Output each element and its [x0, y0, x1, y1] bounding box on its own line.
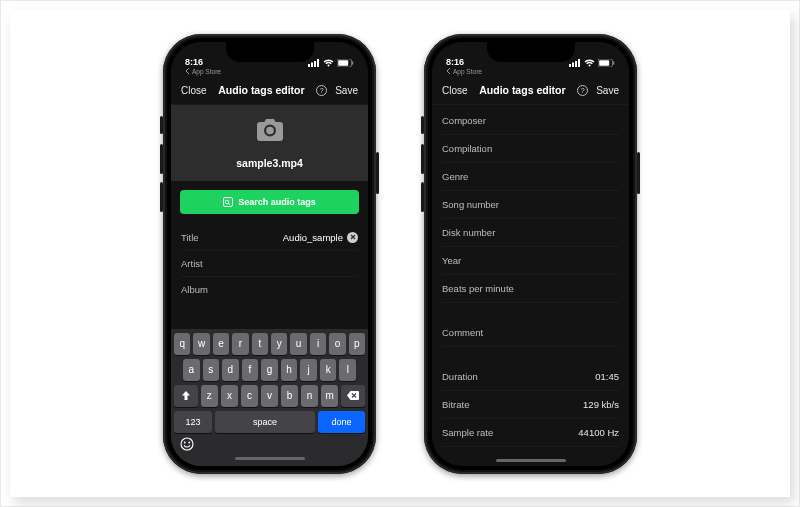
status-bar: 8:16 — [432, 42, 629, 68]
page-title: Audio tags editor — [218, 84, 304, 96]
status-breadcrumb[interactable]: App Store — [432, 68, 629, 77]
field-value: 129 kb/s — [583, 399, 619, 410]
field-label: Title — [181, 232, 199, 243]
field-album[interactable]: Album — [181, 277, 358, 302]
field-disk-number[interactable]: Disk number — [442, 219, 619, 247]
status-breadcrumb[interactable]: App Store — [171, 68, 368, 77]
key-h[interactable]: h — [281, 359, 298, 381]
field-artist[interactable]: Artist — [181, 251, 358, 277]
key-u[interactable]: u — [290, 333, 306, 355]
nav-bar: Close Audio tags editor ? Save — [171, 77, 368, 105]
field-label: Compilation — [442, 143, 492, 154]
key-a[interactable]: a — [183, 359, 200, 381]
filename-label: sample3.mp4 — [171, 157, 368, 169]
field-compilation[interactable]: Compilation — [442, 135, 619, 163]
wifi-icon — [584, 59, 595, 67]
svg-point-8 — [225, 200, 229, 204]
key-e[interactable]: e — [213, 333, 229, 355]
field-label: Composer — [442, 115, 486, 126]
search-audio-tags-button[interactable]: Search audio tags — [180, 190, 359, 214]
battery-icon — [337, 59, 354, 67]
svg-rect-1 — [311, 62, 313, 67]
key-space[interactable]: space — [215, 411, 315, 433]
key-done[interactable]: done — [318, 411, 365, 433]
field-year[interactable]: Year — [442, 247, 619, 275]
key-t[interactable]: t — [252, 333, 268, 355]
field-label: Album — [181, 284, 208, 295]
key-z[interactable]: z — [201, 385, 218, 407]
help-icon[interactable]: ? — [316, 85, 327, 96]
svg-point-9 — [181, 438, 193, 450]
svg-rect-12 — [569, 64, 571, 67]
tag-fields: Title Audio_sample Artist Album — [171, 223, 368, 306]
field-genre[interactable]: Genre — [442, 163, 619, 191]
svg-rect-15 — [578, 59, 580, 67]
key-y[interactable]: y — [271, 333, 287, 355]
save-button[interactable]: Save — [335, 85, 358, 96]
title-input[interactable]: Audio_sample — [283, 232, 343, 243]
key-shift[interactable] — [174, 385, 198, 407]
key-k[interactable]: k — [320, 359, 337, 381]
clear-text-button[interactable] — [347, 232, 358, 243]
key-x[interactable]: x — [221, 385, 238, 407]
key-p[interactable]: p — [349, 333, 365, 355]
svg-rect-3 — [317, 59, 319, 67]
key-q[interactable]: q — [174, 333, 190, 355]
help-icon[interactable]: ? — [577, 85, 588, 96]
key-backspace[interactable] — [341, 385, 365, 407]
battery-icon — [598, 59, 615, 67]
key-c[interactable]: c — [241, 385, 258, 407]
page-title: Audio tags editor — [479, 84, 565, 96]
field-label: Sample rate — [442, 427, 493, 438]
save-button[interactable]: Save — [596, 85, 619, 96]
svg-rect-18 — [613, 61, 614, 64]
emoji-button[interactable] — [180, 437, 196, 453]
key-v[interactable]: v — [261, 385, 278, 407]
key-w[interactable]: w — [193, 333, 209, 355]
chevron-left-icon — [185, 68, 190, 74]
key-n[interactable]: n — [301, 385, 318, 407]
key-o[interactable]: o — [329, 333, 345, 355]
field-label: Artist — [181, 258, 203, 269]
status-time: 8:16 — [446, 57, 464, 67]
svg-rect-14 — [575, 61, 577, 67]
field-label: Genre — [442, 171, 468, 182]
svg-point-10 — [184, 441, 186, 443]
svg-rect-17 — [599, 60, 609, 66]
field-song-number[interactable]: Song number — [442, 191, 619, 219]
field-value: 01:45 — [595, 371, 619, 382]
key-j[interactable]: j — [300, 359, 317, 381]
field-value: 44100 Hz — [578, 427, 619, 438]
cover-art-zone[interactable]: sample3.mp4 — [171, 105, 368, 181]
key-f[interactable]: f — [242, 359, 259, 381]
keyboard[interactable]: qwertyuiop asdfghjkl zxcvbnm 123 space d… — [171, 329, 368, 466]
key-d[interactable]: d — [222, 359, 239, 381]
phone-left: 8:16 App Store Close Audio tags editor ?… — [163, 34, 376, 474]
field-label: Beats per minute — [442, 283, 514, 294]
field-beats-per-minute[interactable]: Beats per minute — [442, 275, 619, 303]
key-123[interactable]: 123 — [174, 411, 212, 433]
tag-fields-extended: ComposerCompilationGenreSong numberDisk … — [432, 105, 629, 455]
signal-icon — [569, 59, 581, 67]
key-s[interactable]: s — [203, 359, 220, 381]
home-indicator[interactable] — [235, 457, 305, 460]
field-comment[interactable]: Comment — [442, 319, 619, 347]
key-g[interactable]: g — [261, 359, 278, 381]
field-title[interactable]: Title Audio_sample — [181, 225, 358, 251]
wifi-icon — [323, 59, 334, 67]
search-tag-icon — [223, 197, 233, 207]
svg-point-11 — [188, 441, 190, 443]
svg-rect-13 — [572, 62, 574, 67]
home-indicator[interactable] — [496, 459, 566, 462]
key-b[interactable]: b — [281, 385, 298, 407]
key-m[interactable]: m — [321, 385, 338, 407]
field-label: Song number — [442, 199, 499, 210]
key-l[interactable]: l — [339, 359, 356, 381]
svg-rect-5 — [338, 60, 348, 66]
key-i[interactable]: i — [310, 333, 326, 355]
field-composer[interactable]: Composer — [442, 107, 619, 135]
key-r[interactable]: r — [232, 333, 248, 355]
field-label: Disk number — [442, 227, 495, 238]
close-button[interactable]: Close — [181, 85, 207, 96]
close-button[interactable]: Close — [442, 85, 468, 96]
